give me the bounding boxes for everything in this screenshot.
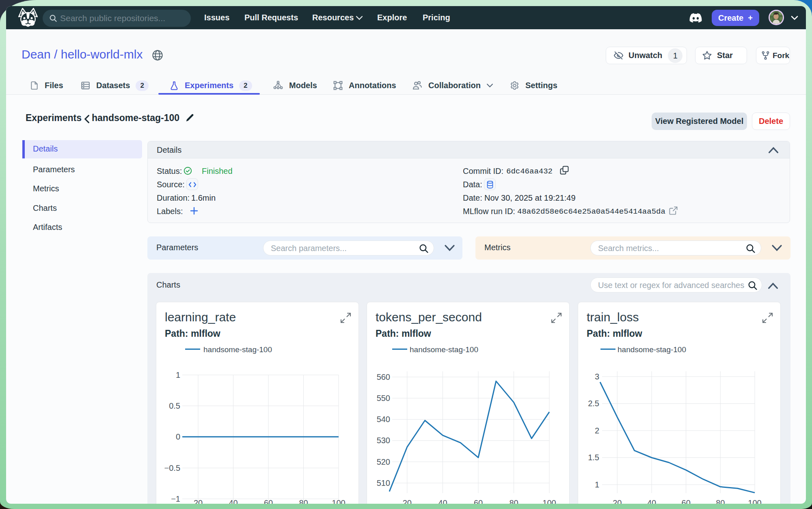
svg-text:80: 80 <box>509 498 518 504</box>
svg-text:100: 100 <box>332 498 345 504</box>
svg-text:−0.5: −0.5 <box>164 464 180 472</box>
svg-text:560: 560 <box>377 373 390 381</box>
svg-text:510: 510 <box>377 479 390 487</box>
svg-text:530: 530 <box>377 436 390 445</box>
svg-text:−1: −1 <box>171 494 180 503</box>
svg-text:3: 3 <box>595 372 599 381</box>
svg-text:540: 540 <box>377 415 390 424</box>
svg-text:100: 100 <box>748 498 761 504</box>
svg-text:60: 60 <box>682 498 691 504</box>
svg-text:1: 1 <box>176 370 180 379</box>
svg-text:60: 60 <box>264 498 273 504</box>
svg-text:0.5: 0.5 <box>169 401 180 410</box>
svg-text:2: 2 <box>595 426 599 435</box>
svg-text:20: 20 <box>613 498 622 504</box>
svg-text:40: 40 <box>647 498 656 504</box>
svg-text:20: 20 <box>194 498 203 504</box>
svg-text:1: 1 <box>595 480 599 489</box>
svg-text:550: 550 <box>377 394 390 403</box>
svg-text:20: 20 <box>403 498 412 504</box>
svg-text:40: 40 <box>438 498 447 504</box>
svg-text:80: 80 <box>299 498 308 504</box>
svg-text:0: 0 <box>176 432 180 441</box>
svg-text:520: 520 <box>377 457 390 466</box>
svg-text:40: 40 <box>229 498 238 504</box>
svg-text:2.5: 2.5 <box>588 399 599 408</box>
svg-text:80: 80 <box>716 498 725 504</box>
svg-text:60: 60 <box>474 498 483 504</box>
svg-text:100: 100 <box>542 498 556 504</box>
svg-text:1.5: 1.5 <box>588 453 599 462</box>
